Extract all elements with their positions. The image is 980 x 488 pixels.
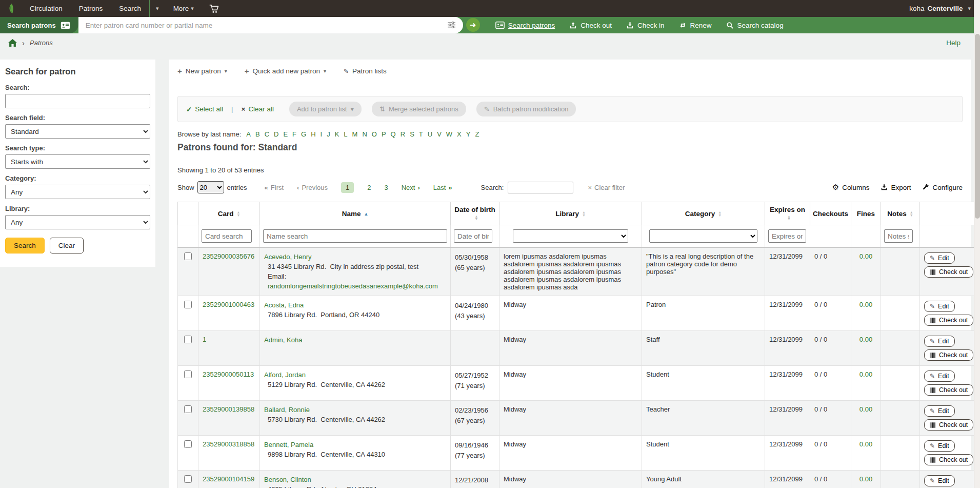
cardnumber-link[interactable]: 23529000104159 — [203, 475, 254, 483]
nav-more[interactable]: More ▾ — [165, 0, 202, 17]
page-3-link[interactable]: 3 — [384, 184, 388, 191]
browse-letter-N[interactable]: N — [361, 130, 368, 138]
name-filter-input[interactable] — [263, 229, 447, 243]
browse-letter-U[interactable]: U — [427, 130, 433, 138]
row-checkbox[interactable] — [184, 370, 192, 378]
card-filter-input[interactable] — [202, 229, 252, 243]
nav-circulation[interactable]: Circulation — [22, 0, 71, 17]
edit-patron-button[interactable]: ✎ Edit — [924, 405, 955, 417]
browse-letter-B[interactable]: B — [254, 130, 261, 138]
select-all-link[interactable]: ✓ Select all — [186, 105, 223, 113]
browse-letter-H[interactable]: H — [310, 130, 316, 138]
page-2-link[interactable]: 2 — [367, 184, 371, 191]
help-link[interactable]: Help — [946, 39, 961, 47]
browse-letter-A[interactable]: A — [245, 130, 252, 138]
sidebar-clear-button[interactable]: Clear — [50, 238, 84, 253]
row-checkbox[interactable] — [184, 405, 192, 413]
browse-letter-P[interactable]: P — [381, 130, 387, 138]
col-header-expires-on[interactable]: Expires on▲▼ — [765, 202, 810, 225]
entries-per-page-select[interactable]: 20 — [197, 181, 224, 193]
page-1-current[interactable]: 1 — [341, 182, 354, 193]
koha-logo[interactable] — [0, 0, 22, 17]
first-page-button[interactable]: « First — [265, 184, 284, 191]
browse-letter-G[interactable]: G — [300, 130, 307, 138]
vertical-scrollbar[interactable] — [974, 0, 980, 488]
col-header-date-of-birth[interactable]: Date of birth▲▼ — [451, 202, 499, 225]
cardnumber-link[interactable]: 23529000318858 — [203, 440, 254, 448]
category-filter-select[interactable] — [649, 229, 757, 243]
cardnumber-link[interactable]: 23529000035676 — [203, 252, 254, 260]
browse-letter-Z[interactable]: Z — [474, 130, 480, 138]
nav-search-dropdown-caret-icon[interactable]: ▾ — [150, 0, 165, 17]
row-checkbox[interactable] — [184, 301, 192, 308]
edit-patron-button[interactable]: ✎ Edit — [924, 370, 955, 382]
edit-patron-button[interactable]: ✎ Edit — [924, 301, 955, 312]
browse-letter-W[interactable]: W — [445, 130, 453, 138]
sidebar-search-input[interactable] — [5, 94, 150, 108]
quicklink-search-patrons[interactable]: Search patrons — [495, 22, 555, 29]
merge-patrons-button[interactable]: ⇅ Merge selected patrons — [372, 102, 466, 116]
edit-patron-button[interactable]: ✎ Edit — [924, 336, 955, 347]
search-submit-button[interactable]: ➜ — [466, 18, 480, 32]
batch-modification-button[interactable]: ✎ Batch patron modification — [476, 102, 576, 116]
checkout-patron-button[interactable]: Check out — [924, 454, 973, 465]
configure-button[interactable]: Configure — [922, 184, 963, 191]
previous-page-button[interactable]: ‹ Previous — [297, 184, 328, 191]
patron-email-link[interactable]: randomlongemailstringtobeusedasanexample… — [268, 282, 446, 291]
next-page-button[interactable]: Next › — [402, 184, 420, 191]
patron-name-link[interactable]: Admin, Koha — [264, 336, 302, 344]
browse-letter-R[interactable]: R — [399, 130, 406, 138]
table-search-input[interactable] — [508, 182, 573, 193]
search-patrons-tab[interactable]: Search patrons — [0, 17, 78, 33]
col-header-library[interactable]: Library▲▼ — [499, 202, 642, 225]
browse-letter-O[interactable]: O — [371, 130, 378, 138]
nav-patrons[interactable]: Patrons — [71, 0, 111, 17]
col-header-card[interactable]: Card▲▼ — [198, 202, 260, 225]
col-header-notes[interactable]: Notes▲▼ — [881, 202, 920, 225]
scrollbar-thumb[interactable] — [975, 34, 980, 219]
user-menu[interactable]: koha Centerville ▾ — [900, 0, 980, 17]
browse-letter-J[interactable]: J — [326, 130, 331, 138]
cardnumber-link[interactable]: 23529000050113 — [203, 370, 254, 378]
patron-name-link[interactable]: Alford, Jordan — [264, 371, 306, 379]
new-patron-button[interactable]: + New patron ▾ — [177, 67, 227, 75]
edit-patron-button[interactable]: ✎ Edit — [924, 252, 955, 264]
dob-filter-input[interactable] — [454, 229, 492, 243]
notes-filter-input[interactable] — [884, 229, 913, 243]
quicklink-check-out[interactable]: Check out — [569, 22, 612, 29]
expires-filter-input[interactable] — [768, 229, 806, 243]
browse-letter-D[interactable]: D — [273, 130, 279, 138]
quicklink-check-in[interactable]: Check in — [626, 22, 665, 29]
row-checkbox[interactable] — [184, 336, 192, 343]
quicklink-search-catalog[interactable]: Search catalog — [726, 22, 784, 29]
patron-name-link[interactable]: Bennett, Pamela — [264, 441, 313, 448]
clear-filter-link[interactable]: × Clear filter — [588, 184, 625, 191]
browse-letter-E[interactable]: E — [282, 130, 289, 138]
last-page-button[interactable]: Last » — [433, 184, 452, 191]
browse-letter-S[interactable]: S — [409, 130, 415, 138]
add-to-patron-list-button[interactable]: Add to patron list ▾ — [289, 102, 362, 116]
col-header-category[interactable]: Category▲▼ — [642, 202, 765, 225]
patron-name-link[interactable]: Benson, Clinton — [264, 476, 311, 483]
browse-letter-M[interactable]: M — [351, 130, 359, 138]
checkout-patron-button[interactable]: Check out — [924, 419, 973, 431]
patron-search-input[interactable] — [78, 17, 463, 33]
patron-name-link[interactable]: Acosta, Edna — [264, 301, 304, 309]
filter-sliders-icon[interactable] — [447, 21, 456, 29]
checkout-patron-button[interactable]: Check out — [924, 266, 973, 278]
browse-letter-V[interactable]: V — [436, 130, 443, 138]
edit-patron-button[interactable]: ✎ Edit — [924, 475, 955, 486]
patron-name-link[interactable]: Acevedo, Henry — [264, 253, 312, 261]
browse-letter-X[interactable]: X — [456, 130, 463, 138]
patron-lists-button[interactable]: ✎ Patron lists — [344, 67, 387, 75]
columns-button[interactable]: ⚙ Columns — [832, 183, 870, 192]
sidebar-search-button[interactable]: Search — [5, 238, 45, 253]
browse-letter-Y[interactable]: Y — [465, 130, 472, 138]
edit-patron-button[interactable]: ✎ Edit — [924, 440, 955, 452]
patron-name-link[interactable]: Ballard, Ronnie — [264, 406, 310, 414]
col-header-name[interactable]: Name▲ — [260, 202, 451, 225]
checkout-patron-button[interactable]: Check out — [924, 384, 973, 396]
search-type-select[interactable]: Starts with — [5, 154, 150, 169]
library-filter-select[interactable] — [513, 229, 628, 243]
quick-add-patron-button[interactable]: + Quick add new patron ▾ — [245, 67, 326, 75]
